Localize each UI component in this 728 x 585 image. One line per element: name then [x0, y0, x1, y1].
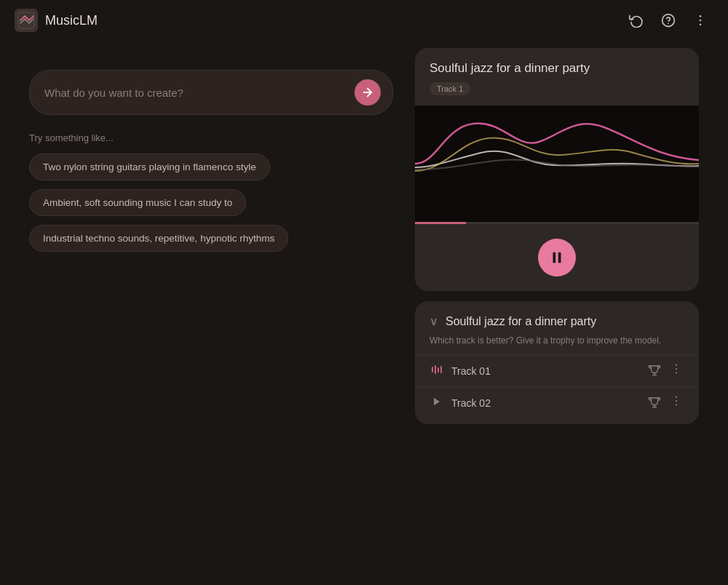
suggestion-item-1[interactable]: Ambient, soft sounding music I can study… [29, 189, 246, 216]
svg-point-19 [676, 400, 677, 402]
refresh-button[interactable] [623, 7, 649, 33]
svg-marker-17 [434, 397, 440, 405]
svg-point-5 [700, 20, 702, 22]
app-header: MusicLM [0, 0, 728, 41]
svg-rect-8 [553, 252, 556, 263]
now-playing-header: Soulful jazz for a dinner party Track 1 [415, 48, 699, 106]
track-02-name: Track 02 [451, 397, 641, 409]
waveform-svg [415, 106, 699, 222]
waveform-container [415, 106, 699, 222]
suggestion-item-0[interactable]: Two nylon string guitars playing in flam… [29, 154, 270, 180]
track-badge: Track 1 [430, 82, 470, 95]
search-submit-button[interactable] [355, 79, 381, 106]
svg-point-18 [676, 397, 677, 398]
bars-icon [430, 364, 444, 378]
collapse-icon[interactable]: ∨ [430, 314, 438, 328]
svg-rect-12 [438, 367, 439, 373]
tracks-subtitle: Which track is better? Give it a trophy … [415, 333, 699, 354]
svg-point-4 [700, 15, 702, 17]
header-actions [623, 7, 713, 33]
progress-fill [415, 222, 466, 224]
help-button[interactable] [655, 7, 681, 33]
play-icon [430, 397, 444, 410]
left-panel: Try something like... Two nylon string g… [29, 48, 393, 570]
track-01-name: Track 01 [451, 365, 641, 377]
track-02-more-button[interactable] [668, 394, 684, 411]
track-row: Track 01 [415, 354, 699, 386]
svg-rect-13 [440, 366, 442, 373]
tracks-header: ∨ Soulful jazz for a dinner party [415, 301, 699, 333]
now-playing-title: Soulful jazz for a dinner party [430, 61, 684, 76]
suggestion-item-2[interactable]: Industrial techno sounds, repetitive, hy… [29, 225, 288, 252]
logo-area: MusicLM [15, 9, 98, 32]
track-01-trophy-button[interactable] [648, 363, 661, 379]
svg-rect-9 [558, 252, 561, 263]
app-logo-icon [15, 9, 38, 32]
now-playing-card: Soulful jazz for a dinner party Track 1 [415, 48, 699, 291]
svg-point-14 [676, 365, 677, 366]
search-input[interactable] [44, 87, 349, 99]
svg-rect-10 [432, 367, 433, 373]
try-label: Try something like... [29, 132, 393, 143]
now-playing-controls [415, 224, 699, 291]
more-options-button[interactable] [687, 7, 713, 33]
svg-point-20 [676, 404, 677, 405]
tracks-card: ∨ Soulful jazz for a dinner party Which … [415, 301, 699, 424]
pause-button[interactable] [538, 239, 576, 276]
svg-point-15 [676, 368, 677, 370]
progress-bar[interactable] [415, 222, 699, 224]
app-title: MusicLM [45, 13, 98, 28]
track-row: Track 02 [415, 386, 699, 418]
svg-point-6 [700, 24, 702, 26]
main-content: Try something like... Two nylon string g… [0, 41, 728, 585]
tracks-title: Soulful jazz for a dinner party [446, 315, 596, 328]
track-02-trophy-button[interactable] [648, 395, 661, 411]
track-01-more-button[interactable] [668, 362, 684, 379]
search-bar [29, 70, 393, 115]
svg-point-16 [676, 372, 677, 373]
svg-rect-11 [435, 365, 436, 374]
right-panel: Soulful jazz for a dinner party Track 1 [415, 48, 699, 570]
